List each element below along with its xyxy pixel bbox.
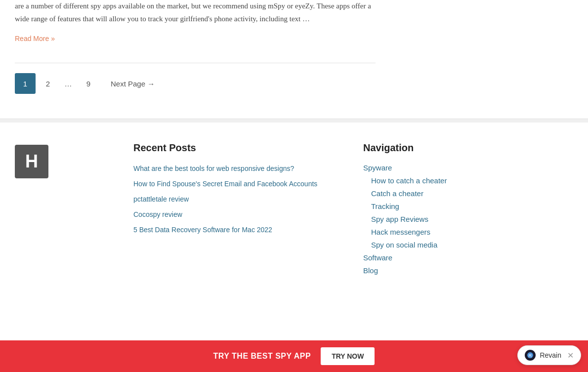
nav-link-blog[interactable]: Blog	[363, 266, 378, 275]
list-item: Hack messengers	[363, 228, 573, 237]
list-item: Software	[363, 253, 573, 262]
logo-block: H	[15, 142, 114, 279]
list-item: pctattletale review	[133, 194, 343, 205]
footer-section: H Recent Posts What are the best tools f…	[0, 123, 588, 309]
list-item: How to Find Spouse's Secret Email and Fa…	[133, 179, 343, 189]
list-item: How to catch a cheater	[363, 176, 573, 185]
list-item: Cocospy review	[133, 209, 343, 220]
post-link-2[interactable]: How to Find Spouse's Secret Email and Fa…	[133, 180, 317, 188]
logo-box: H	[15, 145, 48, 178]
nav-heading: Navigation	[363, 142, 573, 154]
article-content: are a number of different spy apps avail…	[0, 0, 390, 53]
page-9[interactable]: 9	[78, 73, 99, 94]
list-item: Spy on social media	[363, 241, 573, 249]
page-2[interactable]: 2	[38, 73, 58, 94]
nav-link-catch-a-cheater[interactable]: Catch a cheater	[371, 189, 423, 198]
nav-link-how-to-catch[interactable]: How to catch a cheater	[371, 176, 447, 185]
nav-link-hack-messengers[interactable]: Hack messengers	[371, 228, 430, 236]
nav-link-spy-app-reviews[interactable]: Spy app Reviews	[371, 215, 428, 223]
nav-col: Navigation Spyware How to catch a cheate…	[363, 142, 573, 279]
post-link-1[interactable]: What are the best tools for web responsi…	[133, 165, 294, 172]
nav-link-spyware[interactable]: Spyware	[363, 164, 392, 172]
footer-grid: H Recent Posts What are the best tools f…	[15, 142, 573, 279]
post-link-5[interactable]: 5 Best Data Recovery Software for Mac 20…	[133, 226, 272, 234]
page-dots: …	[60, 73, 76, 94]
pagination: 1 2 … 9 Next Page →	[0, 73, 588, 109]
list-item: What are the best tools for web responsi…	[133, 164, 343, 174]
post-link-4[interactable]: Cocospy review	[133, 210, 182, 218]
read-more-link[interactable]: Read More »	[15, 35, 55, 42]
nav-link-spy-social-media[interactable]: Spy on social media	[371, 241, 437, 249]
list-item: Tracking	[363, 202, 573, 211]
post-list: What are the best tools for web responsi…	[133, 164, 343, 235]
footer-divider	[0, 119, 588, 123]
list-item: 5 Best Data Recovery Software for Mac 20…	[133, 225, 343, 235]
list-item: Spy app Reviews	[363, 215, 573, 224]
page-1[interactable]: 1	[15, 73, 36, 94]
nav-list: Spyware How to catch a cheater Catch a c…	[363, 164, 573, 275]
article-text: are a number of different spy apps avail…	[15, 0, 376, 25]
nav-link-tracking[interactable]: Tracking	[371, 202, 399, 210]
next-page-link[interactable]: Next Page →	[111, 80, 155, 88]
list-item: Catch a cheater	[363, 189, 573, 198]
list-item: Blog	[363, 266, 573, 275]
post-link-3[interactable]: pctattletale review	[133, 195, 189, 203]
article-section: are a number of different spy apps avail…	[0, 0, 588, 119]
recent-posts-col: Recent Posts What are the best tools for…	[133, 142, 343, 279]
section-divider	[15, 63, 376, 63]
recent-posts-heading: Recent Posts	[133, 142, 343, 154]
logo-letter: H	[25, 151, 38, 172]
list-item: Spyware	[363, 164, 573, 172]
nav-link-software[interactable]: Software	[363, 253, 392, 262]
